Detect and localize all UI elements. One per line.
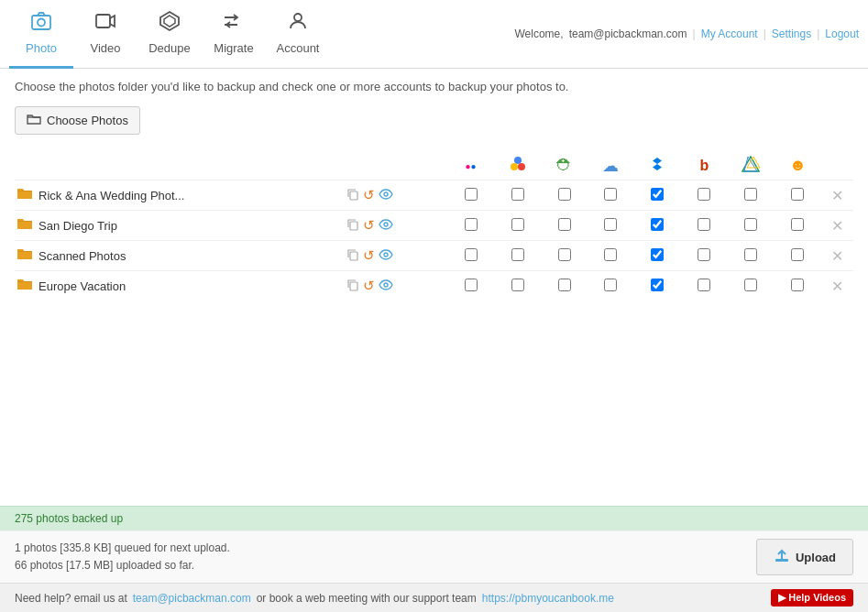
checkbox-folder1-svc4[interactable] <box>634 211 681 241</box>
settings-link[interactable]: Settings <box>772 27 811 40</box>
checkbox-input-folder2-svc7[interactable] <box>791 248 804 261</box>
checkbox-input-folder3-svc7[interactable] <box>791 279 804 291</box>
nav-item-migrate[interactable]: Migrate <box>202 0 266 69</box>
undo-icon[interactable]: ↺ <box>363 217 375 234</box>
checkbox-input-folder2-svc4[interactable] <box>651 248 664 261</box>
eye-icon[interactable] <box>379 279 393 293</box>
choose-photos-button[interactable]: Choose Photos <box>15 106 140 135</box>
remove-button-3[interactable]: ✕ <box>831 278 843 295</box>
checkbox-input-folder0-svc0[interactable] <box>465 188 478 201</box>
remove-button-0[interactable]: ✕ <box>831 187 843 204</box>
checkbox-folder0-svc3[interactable] <box>588 180 634 211</box>
nav-label-video: Video <box>90 41 120 55</box>
remove-button-1[interactable]: ✕ <box>831 217 843 235</box>
checkbox-folder0-svc5[interactable] <box>681 180 728 211</box>
checkbox-folder0-svc4[interactable] <box>634 180 681 211</box>
eye-icon[interactable] <box>379 218 393 233</box>
checkbox-input-folder2-svc1[interactable] <box>511 248 524 261</box>
checkbox-input-folder0-svc6[interactable] <box>744 188 757 201</box>
checkbox-input-folder0-svc1[interactable] <box>511 188 524 201</box>
help-email[interactable]: team@picbackman.com <box>133 592 251 605</box>
checkbox-input-folder3-svc4[interactable] <box>651 279 664 291</box>
eye-icon[interactable] <box>379 248 393 263</box>
checkbox-folder1-svc6[interactable] <box>728 211 775 241</box>
svg-point-19 <box>384 223 388 226</box>
copy-icon[interactable] <box>346 248 359 264</box>
checkbox-input-folder3-svc2[interactable] <box>558 279 571 291</box>
checkbox-input-folder1-svc1[interactable] <box>511 218 524 231</box>
copy-icon[interactable] <box>346 279 359 294</box>
checkbox-folder0-svc0[interactable] <box>447 180 494 211</box>
my-account-link[interactable]: My Account <box>701 27 758 40</box>
help-book-link[interactable]: https://pbmyoucanbook.me <box>482 592 614 605</box>
checkbox-folder0-svc7[interactable] <box>775 180 821 211</box>
checkbox-folder3-svc5[interactable] <box>681 271 728 301</box>
top-right: Welcome, team@picbackman.com | My Accoun… <box>514 27 859 40</box>
checkbox-input-folder0-svc7[interactable] <box>791 188 804 201</box>
top-nav: Photo Video Dedupe <box>0 0 868 69</box>
checkbox-input-folder1-svc7[interactable] <box>791 218 804 231</box>
folder-name: San Diego Trip <box>38 219 117 233</box>
undo-icon[interactable]: ↺ <box>363 187 375 203</box>
checkbox-input-folder2-svc0[interactable] <box>465 248 478 261</box>
checkbox-input-folder0-svc3[interactable] <box>604 188 617 201</box>
checkbox-folder2-svc3[interactable] <box>588 241 634 271</box>
undo-icon[interactable]: ↺ <box>363 278 375 294</box>
checkbox-folder3-svc2[interactable] <box>541 271 588 301</box>
copy-icon[interactable] <box>346 218 359 234</box>
checkbox-folder1-svc5[interactable] <box>681 211 728 241</box>
checkbox-input-folder1-svc0[interactable] <box>465 218 478 231</box>
checkbox-folder2-svc6[interactable] <box>728 241 775 271</box>
checkbox-input-folder1-svc3[interactable] <box>604 218 617 231</box>
checkbox-folder2-svc4[interactable] <box>634 241 681 271</box>
checkbox-input-folder0-svc2[interactable] <box>558 188 571 201</box>
checkbox-input-folder1-svc2[interactable] <box>558 218 571 231</box>
checkbox-folder2-svc5[interactable] <box>681 241 728 271</box>
checkbox-input-folder3-svc3[interactable] <box>604 279 617 291</box>
nav-item-video[interactable]: Video <box>73 0 137 69</box>
checkbox-input-folder2-svc3[interactable] <box>604 248 617 261</box>
nav-item-account[interactable]: Account <box>266 0 330 69</box>
checkbox-input-folder1-svc4[interactable] <box>651 218 664 231</box>
nav-item-photo[interactable]: Photo <box>9 0 73 69</box>
upload-button[interactable]: Upload <box>756 539 853 575</box>
nav-item-dedupe[interactable]: Dedupe <box>137 0 202 69</box>
checkbox-folder1-svc7[interactable] <box>775 211 821 241</box>
checkbox-folder2-svc1[interactable] <box>494 241 541 271</box>
checkbox-folder2-svc2[interactable] <box>541 241 588 271</box>
checkbox-input-folder0-svc4[interactable] <box>651 188 664 201</box>
folder-icon <box>16 216 33 235</box>
copy-icon[interactable] <box>346 188 359 203</box>
svc-header-1: ●● <box>447 151 494 180</box>
checkbox-input-folder1-svc6[interactable] <box>744 218 757 231</box>
checkbox-folder3-svc0[interactable] <box>447 271 494 301</box>
checkbox-input-folder0-svc5[interactable] <box>698 188 710 201</box>
checkbox-input-folder2-svc2[interactable] <box>558 248 571 261</box>
checkbox-input-folder1-svc5[interactable] <box>698 218 710 231</box>
checkbox-input-folder2-svc5[interactable] <box>698 248 710 261</box>
eye-icon[interactable] <box>379 188 393 202</box>
checkbox-folder0-svc2[interactable] <box>541 180 588 211</box>
checkbox-folder1-svc1[interactable] <box>494 211 541 241</box>
checkbox-folder0-svc6[interactable] <box>728 180 775 211</box>
checkbox-input-folder3-svc0[interactable] <box>465 279 478 291</box>
checkbox-input-folder2-svc6[interactable] <box>744 248 757 261</box>
undo-icon[interactable]: ↺ <box>363 247 375 264</box>
checkbox-folder3-svc6[interactable] <box>728 271 775 301</box>
checkbox-folder3-svc1[interactable] <box>494 271 541 301</box>
checkbox-input-folder3-svc5[interactable] <box>698 279 710 291</box>
checkbox-folder3-svc4[interactable] <box>634 271 681 301</box>
checkbox-folder1-svc3[interactable] <box>588 211 634 241</box>
help-videos-button[interactable]: ▶ Help Videos <box>771 589 853 607</box>
remove-button-2[interactable]: ✕ <box>831 247 843 265</box>
checkbox-folder3-svc3[interactable] <box>588 271 634 301</box>
checkbox-folder3-svc7[interactable] <box>775 271 821 301</box>
checkbox-folder2-svc7[interactable] <box>775 241 821 271</box>
checkbox-folder0-svc1[interactable] <box>494 180 541 211</box>
checkbox-input-folder3-svc1[interactable] <box>511 279 524 291</box>
checkbox-input-folder3-svc6[interactable] <box>744 279 757 291</box>
checkbox-folder1-svc2[interactable] <box>541 211 588 241</box>
logout-link[interactable]: Logout <box>825 27 859 40</box>
checkbox-folder2-svc0[interactable] <box>447 241 494 271</box>
checkbox-folder1-svc0[interactable] <box>447 211 494 241</box>
